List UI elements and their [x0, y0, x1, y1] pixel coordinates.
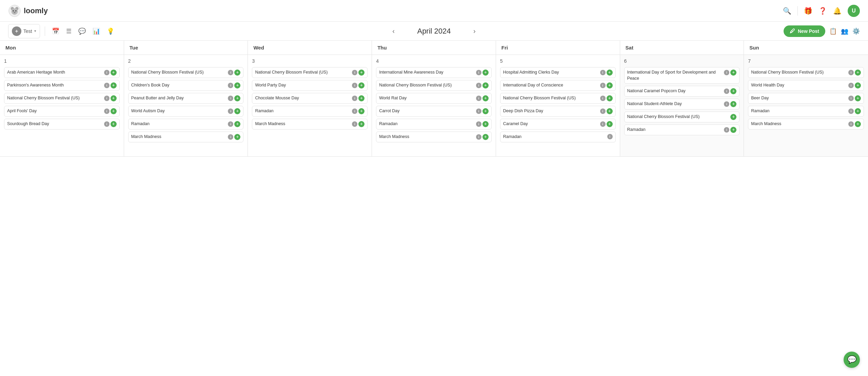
add-event-icon[interactable]: + [358, 82, 364, 88]
add-event-icon[interactable]: + [234, 70, 240, 76]
add-event-icon[interactable]: + [358, 108, 364, 114]
add-event-icon[interactable]: + [482, 108, 489, 114]
add-event-icon[interactable]: + [358, 70, 364, 76]
info-icon[interactable]: i [228, 83, 233, 88]
ideas-icon[interactable]: 💡 [105, 26, 116, 36]
info-icon[interactable]: i [724, 70, 729, 75]
avatar[interactable]: U [848, 5, 860, 17]
team-icon[interactable]: 👥 [841, 27, 848, 35]
add-event-icon[interactable]: + [730, 70, 736, 76]
calendar-event[interactable]: World Autism Dayi+ [128, 106, 244, 117]
calendar-event[interactable]: World Health Dayi+ [748, 80, 864, 91]
add-event-icon[interactable]: + [730, 114, 736, 120]
calendar-event[interactable]: National Caramel Popcorn Dayi+ [624, 86, 740, 97]
prev-month-button[interactable]: ‹ [389, 26, 398, 36]
logo[interactable]: loomly [8, 4, 48, 17]
calendar-event[interactable]: Parkinson's Awareness Monthi+ [4, 80, 120, 91]
notes-icon[interactable]: 📋 [829, 27, 837, 35]
add-event-icon[interactable]: + [482, 82, 489, 88]
calendar-view-icon[interactable]: 📅 [50, 26, 61, 36]
info-icon[interactable]: i [724, 101, 729, 107]
info-icon[interactable]: i [476, 134, 481, 140]
add-event-icon[interactable]: + [111, 70, 117, 76]
info-icon[interactable]: i [228, 134, 233, 140]
info-icon[interactable]: i [104, 83, 110, 88]
calendar-event[interactable]: Beer Dayi+ [748, 93, 864, 104]
info-icon[interactable]: i [600, 121, 606, 127]
calendar-event[interactable]: Ramadani+ [624, 124, 740, 135]
calendar-event[interactable]: March Madnessi+ [252, 119, 368, 130]
info-icon[interactable]: i [476, 108, 481, 114]
add-event-icon[interactable]: + [607, 82, 613, 88]
calendar-event[interactable]: Ramadani+ [748, 106, 864, 117]
calendar-event[interactable]: March Madnessi+ [748, 119, 864, 130]
chat-icon[interactable]: 💬 [76, 26, 88, 36]
calendar-event[interactable]: International Day of Consciencei+ [500, 80, 616, 91]
add-event-icon[interactable]: + [855, 82, 861, 88]
calendar-event[interactable]: Hospital Admitting Clerks Dayi+ [500, 67, 616, 78]
add-event-icon[interactable]: + [482, 95, 489, 101]
info-icon[interactable]: i [600, 96, 606, 101]
info-icon[interactable]: i [476, 96, 481, 101]
calendar-event[interactable]: National Cherry Blossom Festival (US)i+ [128, 67, 244, 78]
calendar-event[interactable]: Children's Book Dayi+ [128, 80, 244, 91]
add-event-icon[interactable]: + [482, 134, 489, 140]
calendar-event[interactable]: Carrot Dayi+ [376, 106, 492, 117]
calendar-event[interactable]: Ramadani+ [128, 119, 244, 130]
info-icon[interactable]: i [104, 121, 110, 127]
calendar-event[interactable]: March Madnessi+ [376, 132, 492, 142]
add-event-icon[interactable]: + [607, 70, 613, 76]
add-event-icon[interactable]: + [730, 101, 736, 107]
info-icon[interactable]: i [352, 83, 357, 88]
calendar-event[interactable]: International Day of Sport for Developme… [624, 67, 740, 84]
info-icon[interactable]: i [848, 70, 854, 75]
info-icon[interactable]: i [104, 96, 110, 101]
calendar-event[interactable]: Arab American Heritage Monthi+ [4, 67, 120, 78]
analytics-icon[interactable]: 📊 [91, 26, 102, 36]
info-icon[interactable]: i [228, 70, 233, 75]
add-event-icon[interactable]: + [607, 108, 613, 114]
calendar-event[interactable]: National Cherry Blossom Festival (US)+ [624, 112, 740, 122]
info-icon[interactable]: i [352, 70, 357, 75]
info-icon[interactable]: i [228, 121, 233, 127]
calendar-event[interactable]: National Student-Athlete Dayi+ [624, 99, 740, 110]
gift-icon[interactable]: 🎁 [804, 7, 812, 15]
calendar-event[interactable]: Peanut Butter and Jelly Dayi+ [128, 93, 244, 104]
info-icon[interactable]: i [848, 96, 854, 101]
calendar-event[interactable]: Ramadani+ [252, 106, 368, 117]
info-icon[interactable]: i [476, 70, 481, 75]
calendar-event[interactable]: Chocolate Mousse Dayi+ [252, 93, 368, 104]
info-icon[interactable]: i [724, 88, 729, 94]
calendar-event[interactable]: International Mine Awareness Dayi+ [376, 67, 492, 78]
info-icon[interactable]: i [352, 96, 357, 101]
next-month-button[interactable]: › [470, 26, 479, 36]
add-event-icon[interactable]: + [607, 95, 613, 101]
add-event-icon[interactable]: + [234, 108, 240, 114]
info-icon[interactable]: i [600, 83, 606, 88]
add-event-icon[interactable]: + [111, 82, 117, 88]
add-event-icon[interactable]: + [855, 108, 861, 114]
info-icon[interactable]: i [607, 134, 613, 139]
calendar-event[interactable]: World Rat Dayi+ [376, 93, 492, 104]
calendar-event[interactable]: Ramadani+ [376, 119, 492, 130]
add-event-icon[interactable]: + [234, 121, 240, 127]
search-icon[interactable]: 🔍 [783, 7, 791, 15]
add-event-icon[interactable]: + [855, 95, 861, 101]
info-icon[interactable]: i [228, 108, 233, 114]
info-icon[interactable]: i [476, 121, 481, 127]
add-event-icon[interactable]: + [234, 95, 240, 101]
info-icon[interactable]: i [724, 127, 729, 133]
add-event-icon[interactable]: + [607, 121, 613, 127]
add-event-icon[interactable]: + [855, 70, 861, 76]
add-event-icon[interactable]: + [482, 70, 489, 76]
notification-icon[interactable]: 🔔 [833, 7, 842, 15]
add-event-icon[interactable]: + [358, 95, 364, 101]
calendar-event[interactable]: April Fools' Dayi+ [4, 106, 120, 117]
add-event-icon[interactable]: + [358, 121, 364, 127]
help-icon[interactable]: ❓ [818, 7, 827, 15]
calendar-event[interactable]: World Party Dayi+ [252, 80, 368, 91]
calendar-event[interactable]: Deep Dish Pizza Dayi+ [500, 106, 616, 117]
add-event-icon[interactable]: + [111, 121, 117, 127]
calendar-event[interactable]: Ramadani [500, 132, 616, 142]
list-view-icon[interactable]: ☰ [64, 26, 74, 36]
